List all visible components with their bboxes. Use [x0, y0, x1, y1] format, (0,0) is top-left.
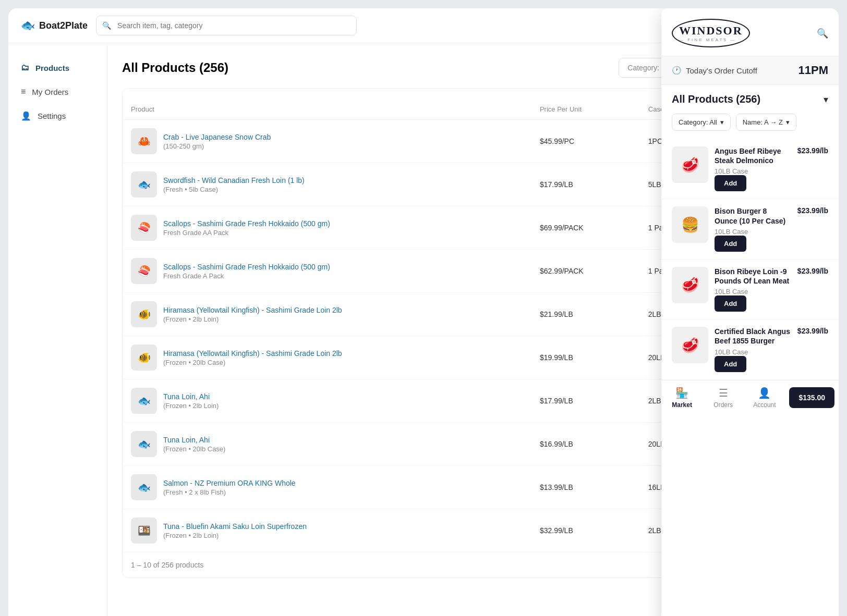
product-cell: 🐠 Hiramasa (Yellowtail Kingfish) - Sashi… — [131, 344, 523, 371]
product-subtitle: (Frozen • 2lb Loin) — [163, 402, 219, 410]
sidebar: 🗂 Products ≡ My Orders 👤 Settings — [8, 43, 107, 616]
product-info: Scallops - Sashimi Grade Fresh Hokkaido … — [163, 219, 330, 237]
product-price: $69.99/PACK — [531, 206, 640, 250]
windsor-product-name: Certified Black Angus Beef 1855 Burger — [715, 327, 791, 346]
windsor-cutoff-time: 11PM — [798, 64, 828, 77]
windsor-collapse-icon[interactable]: ▾ — [824, 94, 828, 105]
windsor-product-info: Angus Beef Ribeye Steak Delmonico 10LB C… — [715, 146, 791, 191]
product-info: Scallops - Sashimi Grade Fresh Hokkaido … — [163, 263, 330, 280]
windsor-product-case: 10LB Case — [715, 348, 791, 356]
windsor-product-image: 🍔 — [672, 206, 708, 243]
windsor-product-right: $23.99/lb — [797, 206, 828, 215]
product-subtitle: (Frozen • 2lb Loin) — [163, 315, 342, 323]
windsor-search-icon[interactable]: 🔍 — [817, 28, 828, 39]
windsor-logo-text: WINDSOR — [679, 24, 743, 38]
windsor-add-button[interactable]: Add — [715, 175, 746, 191]
windsor-cart-button[interactable]: $135.00 — [789, 387, 834, 408]
windsor-product-name: Angus Beef Ribeye Steak Delmonico — [715, 146, 791, 165]
product-name[interactable]: Tuna Loin, Ahi — [163, 436, 225, 444]
windsor-product-right: $23.99/lb — [797, 267, 828, 275]
windsor-product-price: $23.99/lb — [797, 146, 828, 155]
product-name[interactable]: Salmon - NZ Premium ORA KING Whole — [163, 479, 296, 487]
app-container: 🐟 Boat2Plate 🔍 🕐 Today's Order Cutoff • … — [8, 8, 839, 616]
product-name[interactable]: Hiramasa (Yellowtail Kingfish) - Sashimi… — [163, 306, 342, 314]
product-cell: 🐠 Hiramasa (Yellowtail Kingfish) - Sashi… — [131, 301, 523, 327]
orders-icon: ≡ — [21, 87, 26, 96]
windsor-orders-icon: ☰ — [719, 387, 728, 399]
sidebar-item-settings-label: Settings — [38, 112, 66, 120]
windsor-product-price: $23.99/lb — [797, 267, 828, 275]
windsor-products-list: 🥩 Angus Beef Ribeye Steak Delmonico 10LB… — [661, 139, 839, 380]
product-name[interactable]: Tuna - Bluefin Akami Saku Loin Superfroz… — [163, 522, 307, 531]
windsor-product-item: 🥩 Bison Ribeye Loin -9 Pounds Of Lean Me… — [661, 260, 839, 319]
product-image: 🐟 — [131, 388, 157, 414]
windsor-cutoff-label-text: Today's Order Cutoff — [686, 66, 757, 75]
product-subtitle: (150-250 gm) — [163, 142, 271, 150]
windsor-product-right: $23.99/lb — [797, 327, 828, 335]
windsor-product-name: Bison Burger 8 Ounce (10 Per Case) — [715, 206, 791, 225]
product-subtitle: Fresh Grade A Pack — [163, 272, 330, 280]
windsor-add-button[interactable]: Add — [715, 236, 746, 252]
sidebar-item-settings[interactable]: 👤 Settings — [8, 104, 107, 128]
product-image: 🍱 — [131, 518, 157, 544]
product-price: $17.99/LB — [531, 163, 640, 206]
windsor-cutoff-bar: 🕐 Today's Order Cutoff 11PM — [661, 56, 839, 85]
product-name[interactable]: Crab - Live Japanese Snow Crab — [163, 133, 271, 141]
product-name[interactable]: Scallops - Sashimi Grade Fresh Hokkaido … — [163, 219, 330, 228]
windsor-product-info: Certified Black Angus Beef 1855 Burger 1… — [715, 327, 791, 372]
windsor-name-chevron-icon: ▾ — [786, 118, 790, 126]
windsor-product-price: $23.99/lb — [797, 206, 828, 215]
search-input[interactable] — [96, 16, 357, 35]
windsor-product-name: Bison Ribeye Loin -9 Pounds Of Lean Meat — [715, 267, 791, 286]
product-cell: 🐟 Salmon - NZ Premium ORA KING Whole (Fr… — [131, 474, 523, 500]
windsor-name-filter-label: Name: A → Z — [743, 118, 783, 126]
product-name[interactable]: Tuna Loin, Ahi — [163, 392, 219, 401]
product-image: 🐠 — [131, 301, 157, 327]
windsor-logo-wrap: WINDSOR — FINE MEATS — — [672, 19, 750, 47]
windsor-product-item: 🍔 Bison Burger 8 Ounce (10 Per Case) 10L… — [661, 199, 839, 259]
windsor-add-button[interactable]: Add — [715, 295, 746, 312]
windsor-logo-badge: WINDSOR — FINE MEATS — — [672, 19, 750, 47]
product-subtitle: (Frozen • 2lb Loin) — [163, 532, 307, 539]
product-image: 🐟 — [131, 474, 157, 500]
product-price: $13.99/LB — [531, 466, 640, 509]
windsor-logo-subtitle: — FINE MEATS — — [679, 38, 743, 42]
product-info: Tuna Loin, Ahi (Frozen • 20lb Case) — [163, 436, 225, 453]
page-title: All Products (256) — [122, 60, 619, 75]
windsor-add-button[interactable]: Add — [715, 356, 746, 372]
logo-fish-icon: 🐟 — [21, 19, 35, 32]
windsor-category-chevron-icon: ▾ — [720, 118, 724, 126]
windsor-product-right: $23.99/lb — [797, 146, 828, 155]
product-name[interactable]: Scallops - Sashimi Grade Fresh Hokkaido … — [163, 263, 330, 271]
product-name[interactable]: Swordfish - Wild Canadian Fresh Loin (1 … — [163, 176, 305, 184]
sidebar-item-products[interactable]: 🗂 Products — [8, 56, 107, 80]
windsor-category-filter[interactable]: Category: All ▾ — [672, 114, 731, 131]
category-filter-label: Category: — [627, 64, 659, 72]
windsor-name-filter[interactable]: Name: A → Z ▾ — [736, 114, 796, 131]
windsor-title-bar: All Products (256) ▾ — [661, 85, 839, 114]
sidebar-item-my-orders[interactable]: ≡ My Orders — [8, 80, 107, 104]
product-cell: 🍣 Scallops - Sashimi Grade Fresh Hokkaid… — [131, 215, 523, 241]
product-info: Tuna Loin, Ahi (Frozen • 2lb Loin) — [163, 392, 219, 410]
product-image: 🍣 — [131, 215, 157, 241]
product-cell: 🦀 Crab - Live Japanese Snow Crab (150-25… — [131, 128, 523, 154]
product-info: Hiramasa (Yellowtail Kingfish) - Sashimi… — [163, 349, 342, 366]
product-cell: 🐟 Tuna Loin, Ahi (Frozen • 2lb Loin) — [131, 388, 523, 414]
product-cell: 🐟 Swordfish - Wild Canadian Fresh Loin (… — [131, 171, 523, 198]
windsor-nav-account[interactable]: 👤 Account — [744, 380, 785, 415]
market-icon: 🏪 — [675, 387, 688, 399]
product-info: Tuna - Bluefin Akami Saku Loin Superfroz… — [163, 522, 307, 539]
windsor-nav-orders[interactable]: ☰ Orders — [703, 380, 744, 415]
windsor-nav-market[interactable]: 🏪 Market — [661, 380, 703, 415]
col-product: Product — [123, 99, 531, 120]
windsor-nav-account-label: Account — [753, 401, 776, 409]
search-icon: 🔍 — [102, 21, 111, 30]
windsor-product-item: 🥩 Certified Black Angus Beef 1855 Burger… — [661, 319, 839, 379]
product-name[interactable]: Hiramasa (Yellowtail Kingfish) - Sashimi… — [163, 349, 342, 358]
windsor-product-image: 🥩 — [672, 267, 708, 303]
settings-icon: 👤 — [21, 111, 31, 121]
product-subtitle: (Frozen • 20lb Case) — [163, 359, 342, 366]
product-subtitle: (Fresh • 2 x 8lb Fish) — [163, 488, 296, 496]
product-price: $17.99/LB — [531, 379, 640, 423]
col-price: Price Per Unit — [531, 99, 640, 120]
